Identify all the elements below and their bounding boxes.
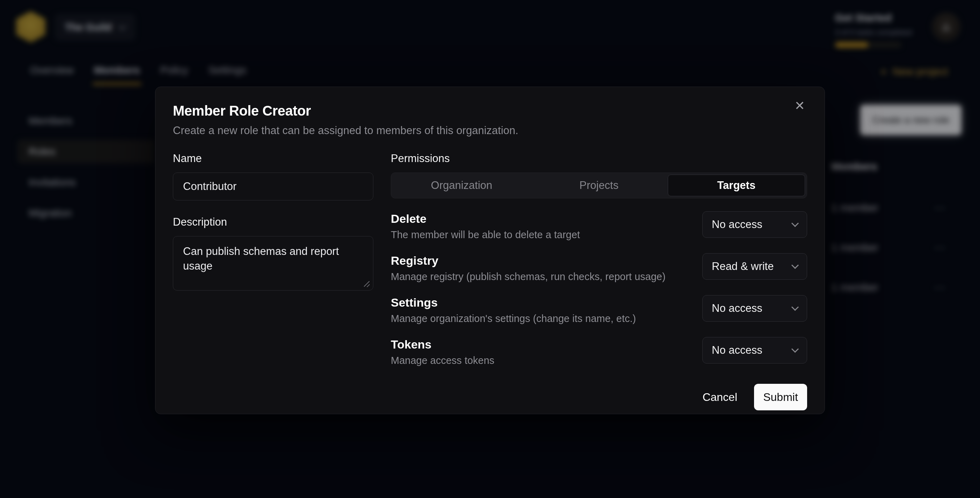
tab-projects[interactable]: Projects: [530, 175, 667, 196]
dialog-title: Member Role Creator: [173, 103, 807, 119]
permission-description: Manage registry (publish schemas, run ch…: [391, 271, 702, 283]
permission-title: Registry: [391, 254, 702, 267]
permissions-column: Permissions Organization Projects Target…: [391, 152, 807, 410]
tokens-access-select[interactable]: No access: [702, 337, 807, 364]
select-value: Read & write: [712, 260, 773, 273]
description-wrap: Can publish schemas and report usage: [173, 236, 373, 292]
app-root: The Guild Get Started 3 of 6 tasks compl…: [0, 0, 980, 498]
select-value: No access: [712, 302, 762, 315]
name-input[interactable]: [173, 172, 373, 200]
permissions-tablist: Organization Projects Targets: [391, 172, 807, 198]
close-icon[interactable]: ✕: [795, 100, 805, 112]
tab-organization[interactable]: Organization: [393, 175, 530, 196]
role-identity-column: Name Description Can publish schemas and…: [173, 152, 373, 410]
chevron-down-icon: [791, 345, 799, 352]
permission-info: Delete The member will be able to delete…: [391, 211, 702, 240]
permission-info: Registry Manage registry (publish schema…: [391, 253, 702, 283]
permission-info: Tokens Manage access tokens: [391, 337, 702, 366]
description-label: Description: [173, 216, 373, 228]
permission-row-delete: Delete The member will be able to delete…: [391, 211, 807, 240]
dialog-subtitle: Create a new role that can be assigned t…: [173, 124, 807, 137]
registry-access-select[interactable]: Read & write: [702, 253, 807, 280]
permission-row-settings: Settings Manage organization's settings …: [391, 295, 807, 325]
chevron-down-icon: [791, 303, 799, 310]
permission-description: Manage access tokens: [391, 355, 702, 366]
submit-button[interactable]: Submit: [754, 384, 807, 410]
name-label: Name: [173, 152, 373, 165]
dialog-content: Name Description Can publish schemas and…: [173, 152, 807, 410]
permissions-label: Permissions: [391, 152, 807, 165]
permission-row-registry: Registry Manage registry (publish schema…: [391, 253, 807, 283]
select-value: No access: [712, 344, 762, 356]
permission-description: The member will be able to delete a targ…: [391, 229, 702, 240]
permission-row-tokens: Tokens Manage access tokens No access: [391, 337, 807, 366]
permission-rows: Delete The member will be able to delete…: [391, 211, 807, 366]
member-role-creator-dialog: ✕ Member Role Creator Create a new role …: [155, 87, 825, 414]
delete-access-select[interactable]: No access: [702, 211, 807, 238]
chevron-down-icon: [791, 261, 799, 269]
select-value: No access: [712, 218, 762, 231]
permission-title: Tokens: [391, 338, 702, 351]
permission-info: Settings Manage organization's settings …: [391, 295, 702, 325]
permission-description: Manage organization's settings (change i…: [391, 313, 702, 325]
description-textarea[interactable]: Can publish schemas and report usage: [173, 236, 373, 291]
dialog-footer: Cancel Submit: [391, 384, 807, 410]
resize-grip-icon[interactable]: [363, 280, 371, 288]
cancel-button[interactable]: Cancel: [702, 391, 737, 404]
tab-targets[interactable]: Targets: [668, 175, 805, 196]
chevron-down-icon: [791, 219, 799, 227]
permission-title: Settings: [391, 296, 702, 309]
settings-access-select[interactable]: No access: [702, 295, 807, 321]
permission-title: Delete: [391, 212, 702, 226]
